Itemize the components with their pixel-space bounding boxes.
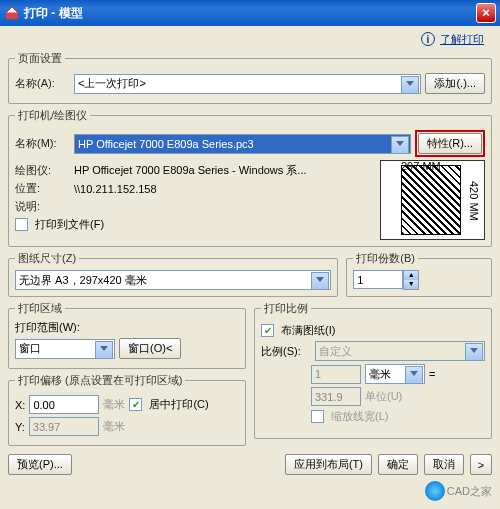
watermark-icon <box>425 481 445 501</box>
x-label: X: <box>15 399 25 411</box>
unit2-label: 单位(U) <box>365 389 402 404</box>
location-label: 位置: <box>15 181 70 196</box>
preview-button[interactable]: 预览(P)... <box>8 454 72 475</box>
scale-num2[interactable] <box>311 387 361 406</box>
offset-legend: 打印偏移 (原点设置在可打印区域) <box>15 373 185 388</box>
pagesetup-name-label: 名称(A): <box>15 76 70 91</box>
svg-rect-0 <box>6 13 18 19</box>
page-setup-group: 页面设置 名称(A): <上一次打印> 添加(.)... <box>8 51 492 104</box>
scale-dropdown[interactable]: 自定义 <box>315 341 485 361</box>
offset-group: 打印偏移 (原点设置在可打印区域) X: 毫米 ✔居中打印(C) Y: 毫米 <box>8 373 246 446</box>
add-button[interactable]: 添加(.)... <box>425 73 485 94</box>
printer-name-label: 名称(M): <box>15 136 70 151</box>
range-label: 打印范围(W): <box>15 320 239 335</box>
help-link[interactable]: 了解打印 <box>440 33 484 45</box>
location-value: \\10.211.152.158 <box>74 183 157 195</box>
printer-group: 打印机/绘图仪 名称(M): HP Officejet 7000 E809a S… <box>8 108 492 247</box>
x-input[interactable] <box>29 395 99 414</box>
scale-group: 打印比例 ✔布满图纸(I) 比例(S): 自定义 毫米 = 单位(U) 缩放线宽… <box>254 301 492 439</box>
svg-marker-1 <box>6 7 18 13</box>
scale-num1[interactable] <box>311 365 361 384</box>
properties-button[interactable]: 特性(R)... <box>418 133 482 154</box>
unit-dropdown[interactable]: 毫米 <box>365 364 425 384</box>
page-setup-legend: 页面设置 <box>15 51 65 66</box>
titlebar: 打印 - 模型 × <box>0 0 500 26</box>
apply-layout-button[interactable]: 应用到布局(T) <box>285 454 372 475</box>
y-unit: 毫米 <box>103 419 125 434</box>
print-range-dropdown[interactable]: 窗口 <box>15 339 115 359</box>
scale-lw-label: 缩放线宽(L) <box>331 409 388 424</box>
fit-checkbox[interactable]: ✔ <box>261 324 274 337</box>
scale-lw-checkbox[interactable] <box>311 410 324 423</box>
bottom-buttons: 预览(P)... 应用到布局(T) 确定 取消 > <box>8 450 492 475</box>
copies-spinner[interactable]: ▲▼ <box>353 270 485 290</box>
x-unit: 毫米 <box>103 397 125 412</box>
print-to-file-label: 打印到文件(F) <box>35 217 104 232</box>
expand-button[interactable]: > <box>470 454 492 475</box>
paper-preview: 297 MM 420 MM <box>380 160 485 240</box>
ok-button[interactable]: 确定 <box>378 454 418 475</box>
y-input[interactable] <box>29 417 99 436</box>
center-checkbox[interactable]: ✔ <box>129 398 142 411</box>
pagesetup-name-dropdown[interactable]: <上一次打印> <box>74 74 421 94</box>
info-icon: i <box>421 32 435 46</box>
close-button[interactable]: × <box>476 3 496 23</box>
desc-label: 说明: <box>15 199 70 214</box>
help-row: i 了解打印 <box>8 30 492 51</box>
printer-name-dropdown[interactable]: HP Officejet 7000 E809a Series.pc3 <box>74 134 411 154</box>
fit-label: 布满图纸(I) <box>281 323 335 338</box>
y-label: Y: <box>15 421 25 433</box>
paper-size-legend: 图纸尺寸(Z) <box>15 251 79 266</box>
app-icon <box>4 5 20 21</box>
copies-group: 打印份数(B) ▲▼ <box>346 251 492 297</box>
watermark: CAD之家 <box>425 481 492 501</box>
print-to-file-checkbox[interactable] <box>15 218 28 231</box>
dialog-content: i 了解打印 页面设置 名称(A): <上一次打印> 添加(.)... 打印机/… <box>0 26 500 483</box>
window-button[interactable]: 窗口(O)< <box>119 338 181 359</box>
paper-size-group: 图纸尺寸(Z) 无边界 A3，297x420 毫米 <box>8 251 338 297</box>
print-area-group: 打印区域 打印范围(W): 窗口 窗口(O)< <box>8 301 246 369</box>
plotter-value: HP Officejet 7000 E809a Series - Windows… <box>74 163 307 178</box>
center-label: 居中打印(C) <box>149 397 208 412</box>
paper-size-dropdown[interactable]: 无边界 A3，297x420 毫米 <box>15 270 331 290</box>
scale-legend: 打印比例 <box>261 301 311 316</box>
window-title: 打印 - 模型 <box>24 5 476 22</box>
plotter-label: 绘图仪: <box>15 163 70 178</box>
copies-legend: 打印份数(B) <box>353 251 418 266</box>
scale-label: 比例(S): <box>261 344 311 359</box>
cancel-button[interactable]: 取消 <box>424 454 464 475</box>
print-area-legend: 打印区域 <box>15 301 65 316</box>
printer-legend: 打印机/绘图仪 <box>15 108 90 123</box>
